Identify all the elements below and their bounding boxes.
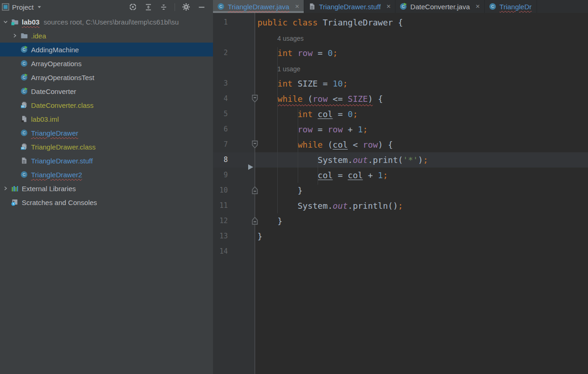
line-number [213, 61, 228, 76]
folder-source-icon [11, 18, 19, 25]
class-file-icon: 01 [20, 101, 28, 109]
code-line: 13} [213, 229, 588, 244]
tree-item-triangledrawer[interactable]: CTriangleDrawer [0, 126, 213, 140]
line-number: 4 [213, 91, 228, 106]
tree-item-external-libraries[interactable]: External Libraries [0, 181, 213, 195]
code-text: int col = 0; [255, 106, 358, 122]
line-number: 12 [213, 213, 228, 229]
tree-item-triangledrawer-class[interactable]: 01TriangleDrawer.class [0, 140, 213, 154]
external-libraries-icon [11, 185, 19, 192]
code-editor[interactable]: 1public class TriangleDrawer {4 usages2 … [213, 13, 588, 374]
settings-gear-icon[interactable] [182, 3, 190, 11]
chevron-spacer [11, 129, 20, 137]
project-panel-title[interactable]: Project [12, 3, 34, 11]
fold-open-icon[interactable] [251, 94, 258, 105]
usages-inlay-hint[interactable]: 1 usage [257, 65, 300, 73]
close-tab-icon[interactable]: ✕ [386, 4, 391, 9]
inlay-hint-row: 4 usages [213, 30, 588, 45]
expand-all-icon[interactable] [144, 3, 152, 11]
tab-label: TriangleDrawer.stuff [319, 3, 381, 11]
editor-tabs: CTriangleDrawer.java✕TriangleDrawer.stuf… [213, 0, 588, 13]
class-run-icon: C [20, 46, 28, 53]
fold-close-icon[interactable] [251, 186, 258, 196]
chevron-spacer [11, 74, 20, 81]
usages-inlay-hint[interactable]: 4 usages [257, 35, 304, 42]
editor-lines[interactable]: 1public class TriangleDrawer {4 usages2 … [213, 15, 588, 259]
tab-label: TriangleDr [500, 3, 532, 11]
chevron-right-icon[interactable] [11, 32, 20, 39]
tool-window-icon [2, 3, 9, 11]
chevron-right-icon[interactable] [2, 185, 11, 192]
code-text: col = col + 1; [255, 168, 388, 183]
text-file-icon [308, 3, 316, 10]
tab-dateconverter-java[interactable]: CDateConverter.java✕ [395, 0, 484, 13]
svg-text:C: C [23, 61, 26, 66]
execution-pointer-icon [248, 164, 253, 170]
tree-item-scratches-and-consoles[interactable]: Scratches and Consoles [0, 195, 213, 209]
class-icon: C [217, 3, 225, 10]
chevron-spacer [11, 171, 20, 178]
svg-text:01: 01 [21, 105, 25, 108]
tree-item-label: TriangleDrawer.stuff [31, 157, 93, 165]
line-number: 8 [213, 152, 228, 168]
code-line: 7 while (col < row) { [213, 137, 588, 152]
inlay-hint-row: 1 usage [213, 61, 588, 76]
tree-item-path-suffix: sources root, C:\Users\braul\temp\cs61bl… [44, 18, 179, 26]
gutter-fold-zone [228, 106, 255, 122]
chevron-expanded-icon[interactable] [2, 18, 11, 25]
fold-close-icon[interactable] [251, 217, 258, 227]
tree-item-label: DateConverter [31, 87, 76, 95]
tree-item-addingmachine[interactable]: CAddingMachine [0, 43, 213, 56]
chevron-spacer [11, 143, 20, 150]
line-number: 1 [213, 15, 228, 30]
toolbar-separator [175, 3, 175, 11]
tab-triangledrawer-java[interactable]: CTriangleDrawer.java✕ [213, 0, 304, 13]
code-line: 8 System.out.print('*'); [213, 152, 588, 168]
code-line: 3 int SIZE = 10; [213, 76, 588, 91]
close-tab-icon[interactable]: ✕ [475, 4, 480, 9]
line-number: 14 [213, 244, 228, 259]
line-number: 2 [213, 45, 228, 61]
tree-item-idea[interactable]: .idea [0, 29, 213, 43]
select-opened-file-icon[interactable] [129, 3, 137, 11]
iml-file-icon [20, 115, 28, 123]
class-run-icon: C [20, 87, 28, 95]
indent-guide [318, 154, 318, 185]
tab-triangledrawer-stuff[interactable]: TriangleDrawer.stuff✕ [304, 0, 395, 13]
fold-open-icon[interactable] [251, 140, 258, 150]
line-number: 3 [213, 76, 228, 91]
tree-item-triangledrawer2[interactable]: CTriangleDrawer2 [0, 168, 213, 181]
gutter-fold-zone [228, 137, 255, 152]
tab-triangledr[interactable]: CTriangleDr [485, 0, 537, 13]
code-line: 12 } [213, 213, 588, 229]
chevron-down-icon[interactable] [36, 3, 43, 11]
gutter-fold-zone [228, 244, 255, 259]
tab-label: DateConverter.java [410, 3, 469, 11]
svg-text:C: C [23, 131, 26, 135]
tree-item-arrayoperations[interactable]: CArrayOperations [0, 56, 213, 70]
tree-item-lab03-iml[interactable]: lab03.iml [0, 112, 213, 126]
close-tab-icon[interactable]: ✕ [295, 4, 300, 9]
svg-text:01: 01 [21, 147, 25, 150]
class-run-icon: C [400, 3, 407, 10]
code-line: 6 row = row + 1; [213, 122, 588, 137]
code-line: 11 System.out.println(); [213, 198, 588, 213]
tree-item-label: External Libraries [22, 185, 76, 193]
code-line: 10 } [213, 183, 588, 198]
tree-item-triangledrawer-stuff[interactable]: TriangleDrawer.stuff [0, 154, 213, 168]
tree-item-arrayoperationstest[interactable]: CArrayOperationsTest [0, 70, 213, 84]
class-icon: C [20, 60, 28, 67]
project-tree[interactable]: lab03sources root, C:\Users\braul\temp\c… [0, 15, 213, 209]
code-text: row = row + 1; [255, 122, 368, 137]
chevron-spacer [11, 60, 20, 67]
code-text: while (col < row) { [255, 137, 393, 152]
hide-panel-icon[interactable] [197, 3, 206, 11]
tree-item-dateconverter[interactable]: CDateConverter [0, 84, 213, 98]
line-number: 10 [213, 183, 228, 198]
gutter-fold-zone [228, 76, 255, 91]
line-number: 6 [213, 122, 228, 137]
tree-item-lab03[interactable]: lab03sources root, C:\Users\braul\temp\c… [0, 15, 213, 29]
collapse-all-icon[interactable] [159, 3, 168, 11]
editor-area: CTriangleDrawer.java✕TriangleDrawer.stuf… [213, 0, 588, 374]
tree-item-dateconverter-class[interactable]: 01DateConverter.class [0, 98, 213, 112]
